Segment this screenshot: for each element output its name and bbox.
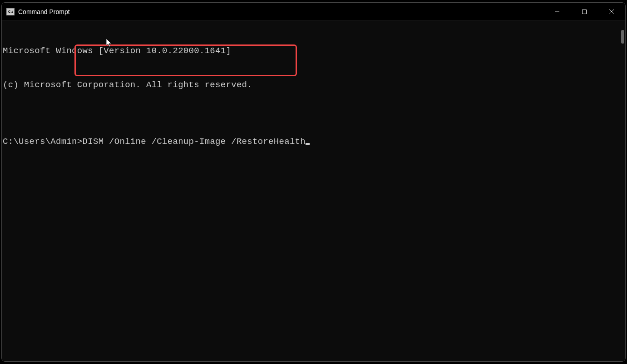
prompt-text: C:\Users\Admin> [3,136,83,148]
titlebar-left: C:\ Command Prompt [6,8,70,15]
terminal-content: Microsoft Windows [Version 10.0.22000.16… [2,21,625,172]
command-prompt-window: C:\ Command Prompt Microsoft Windows [Ve… [1,2,626,362]
minimize-icon [554,9,560,15]
text-cursor [306,143,310,145]
scrollbar-thumb[interactable] [621,30,624,44]
prompt-line: C:\Users\Admin>DISM /Online /Cleanup-Ima… [3,136,624,148]
window-title: Command Prompt [18,8,70,15]
terminal-area[interactable]: Microsoft Windows [Version 10.0.22000.16… [2,21,625,361]
copyright-line: (c) Microsoft Corporation. All rights re… [3,79,624,91]
maximize-button[interactable] [571,3,598,20]
svg-rect-1 [583,10,587,14]
command-text: DISM /Online /Cleanup-Image /RestoreHeal… [83,136,306,148]
titlebar[interactable]: C:\ Command Prompt [2,3,625,21]
vertical-scrollbar[interactable] [618,21,625,361]
cmd-icon-label: C:\ [8,10,13,14]
close-button[interactable] [598,3,625,20]
minimize-button[interactable] [543,3,571,20]
version-line: Microsoft Windows [Version 10.0.22000.16… [3,45,624,57]
window-controls [543,3,625,20]
cmd-icon: C:\ [6,8,15,15]
maximize-icon [582,9,587,15]
close-icon [609,9,614,15]
